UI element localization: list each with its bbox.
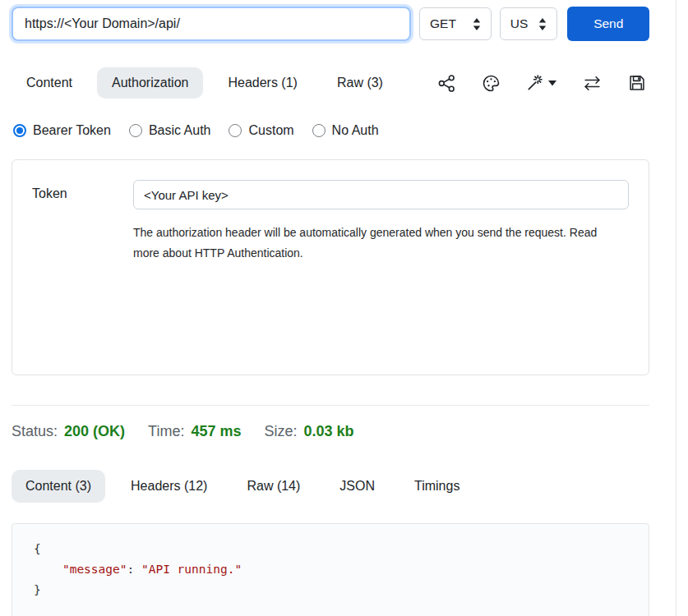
response-tabs: Content (3) Headers (12) Raw (14) JSON T… (12, 470, 649, 503)
radio-label: Custom (248, 123, 293, 138)
radio-unchecked-icon (312, 124, 326, 137)
bearer-token-panel: Token The authorization header will be a… (12, 159, 649, 375)
token-label: Token (32, 180, 133, 264)
tab-content[interactable]: Content (12, 67, 87, 99)
radio-unchecked-icon (229, 124, 242, 137)
theme-button[interactable] (482, 74, 501, 93)
magic-wand-icon (526, 74, 544, 92)
status-label: Status: (12, 423, 58, 440)
region-select[interactable]: US (500, 7, 558, 40)
json-line-close: } (34, 580, 649, 600)
tab-response-raw[interactable]: Raw (14) (233, 470, 314, 503)
tab-response-headers[interactable]: Headers (12) (117, 470, 221, 503)
size-label: Size: (264, 423, 297, 440)
method-select[interactable]: GET (419, 7, 492, 40)
auth-option-basic-auth[interactable]: Basic Auth (129, 123, 211, 138)
tab-response-timings[interactable]: Timings (400, 470, 473, 503)
tab-authorization[interactable]: Authorization (97, 67, 203, 99)
time-value: 457 ms (191, 423, 241, 440)
radio-label: No Auth (332, 123, 379, 138)
size-pair: Size: 0.03 kb (264, 423, 353, 440)
response-body: { "message": "API running." } (12, 523, 649, 616)
request-tabs: Content Authorization Headers (1) Raw (3… (12, 67, 398, 99)
save-icon (628, 74, 646, 92)
palette-icon (482, 74, 501, 93)
select-stepper-icon (473, 18, 481, 30)
auth-option-no-auth[interactable]: No Auth (312, 123, 379, 138)
auth-option-bearer-token[interactable]: Bearer Token (13, 123, 111, 138)
response-status-row: Status: 200 (OK) Time: 457 ms Size: 0.03… (12, 423, 649, 440)
swap-arrows-icon (582, 75, 603, 92)
size-value: 0.03 kb (304, 423, 354, 440)
api-client-page: GET US Send Content Authorization Header… (0, 0, 688, 616)
auth-type-options: Bearer Token Basic Auth Custom No Auth (12, 123, 649, 138)
tab-response-content[interactable]: Content (3) (12, 470, 105, 503)
time-pair: Time: 457 ms (148, 423, 241, 440)
share-button[interactable] (437, 74, 456, 93)
send-button[interactable]: Send (567, 7, 649, 41)
auth-help-text: The authorization header will be automat… (133, 223, 620, 264)
region-select-value: US (510, 16, 529, 31)
tab-response-json[interactable]: JSON (326, 470, 389, 503)
radio-checked-icon (13, 124, 26, 137)
select-stepper-icon (538, 18, 547, 30)
status-value: 200 (OK) (64, 423, 125, 440)
request-tabs-row: Content Authorization Headers (1) Raw (3… (12, 67, 649, 99)
json-line-message: "message": "API running." (34, 559, 649, 580)
tab-raw[interactable]: Raw (3) (322, 67, 398, 99)
swap-requests-button[interactable] (582, 75, 603, 92)
chevron-down-icon (548, 80, 556, 86)
time-label: Time: (148, 423, 184, 440)
url-input[interactable] (12, 7, 411, 41)
save-button[interactable] (628, 74, 646, 92)
auth-option-custom[interactable]: Custom (229, 123, 293, 138)
response-divider (12, 405, 649, 406)
magic-wand-dropdown-button[interactable] (526, 74, 556, 92)
json-line-open: { (34, 539, 649, 559)
status-pair: Status: 200 (OK) (12, 423, 125, 440)
share-icon (437, 74, 456, 93)
method-select-value: GET (430, 16, 456, 31)
tab-headers[interactable]: Headers (1) (213, 67, 312, 99)
json-string-value: "API running." (141, 563, 242, 576)
toolbar (437, 74, 649, 93)
radio-label: Bearer Token (33, 123, 111, 138)
request-bar: GET US Send (12, 7, 649, 41)
radio-unchecked-icon (129, 124, 142, 137)
json-key: "message" (62, 563, 127, 576)
radio-label: Basic Auth (149, 123, 211, 138)
right-rail-divider (676, 0, 676, 616)
token-input[interactable] (133, 180, 629, 209)
